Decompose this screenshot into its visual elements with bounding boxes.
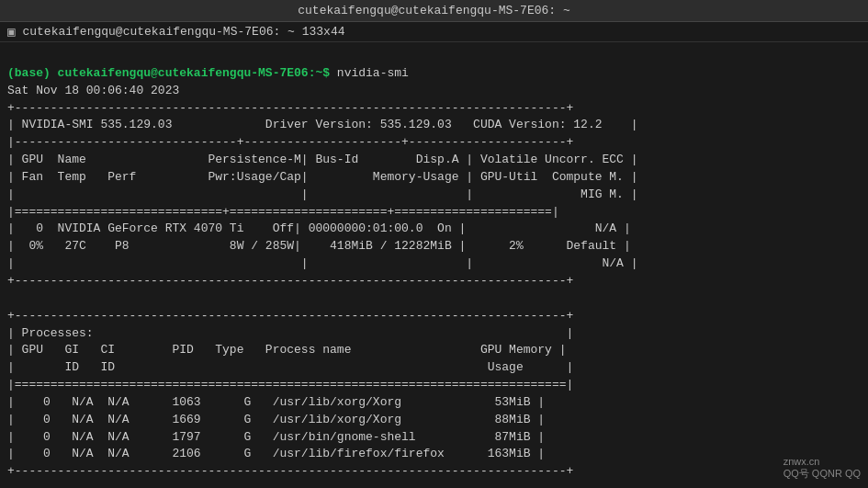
prompt-base-1: (base) cutekaifengqu@cutekaifengqu-MS-7E…	[7, 66, 409, 80]
prompt-user-1: (base) cutekaifengqu@cutekaifengqu-MS-7E…	[7, 66, 330, 80]
watermark: znwx.cnQQ号 QQNR QQ	[783, 456, 861, 481]
proc-header: | Processes: |	[7, 326, 573, 340]
separator-3: +---------------------------------------…	[7, 274, 573, 288]
separator-1: +---------------------------------------…	[7, 101, 573, 115]
proc-col2: | ID ID Usage |	[7, 360, 573, 374]
col-header-1: | GPU Name Persistence-M| Bus-Id Disp.A …	[7, 153, 638, 166]
separator-5: |=======================================…	[7, 378, 573, 392]
proc-row-4: | 0 N/A N/A 2106 G /usr/lib/firefox/fire…	[7, 447, 545, 460]
command-1: nvidia-smi	[330, 66, 409, 80]
gpu-row-1: | 0 NVIDIA GeForce RTX 4070 Ti Off| 0000…	[7, 221, 631, 235]
separator-4: +---------------------------------------…	[7, 309, 573, 323]
title-bar: cutekaifengqu@cutekaifengqu-MS-7E06: ~	[0, 0, 868, 22]
proc-row-2: | 0 N/A N/A 1669 G /usr/lib/xorg/Xorg 88…	[7, 413, 545, 426]
terminal-body: (base) cutekaifengqu@cutekaifengqu-MS-7E…	[0, 42, 868, 477]
divider-1: |-------------------------------+-------…	[7, 135, 573, 149]
tab-bar: ▣ cutekaifengqu@cutekaifengqu-MS-7E06: ~…	[0, 22, 868, 42]
gpu-row-2: | 0% 27C P8 8W / 285W| 418MiB / 12282MiB…	[7, 239, 631, 253]
proc-row-3: | 0 N/A N/A 1797 G /usr/bin/gnome-shell …	[7, 430, 545, 444]
nvidia-header: | NVIDIA-SMI 535.129.03 Driver Version: …	[7, 118, 638, 131]
col-header-2: | Fan Temp Perf Pwr:Usage/Cap| Memory-Us…	[7, 170, 638, 184]
proc-row-1: | 0 N/A N/A 1063 G /usr/lib/xorg/Xorg 53…	[7, 395, 545, 409]
blank-line	[7, 291, 15, 305]
separator-6: +---------------------------------------…	[7, 464, 573, 477]
gpu-row-3: | | | N/A |	[7, 256, 638, 270]
tab-label: cutekaifengqu@cutekaifengqu-MS-7E06: ~ 1…	[22, 25, 344, 39]
proc-col: | GPU GI CI PID Type Process name GPU Me…	[7, 343, 567, 357]
date-line: Sat Nov 18 00:06:40 2023	[7, 84, 179, 97]
tab-icon: ▣	[7, 24, 15, 40]
separator-2: |=============================+=========…	[7, 205, 559, 219]
col-header-3: | | | MIG M. |	[7, 187, 638, 201]
title-text: cutekaifengqu@cutekaifengqu-MS-7E06: ~	[298, 4, 569, 17]
